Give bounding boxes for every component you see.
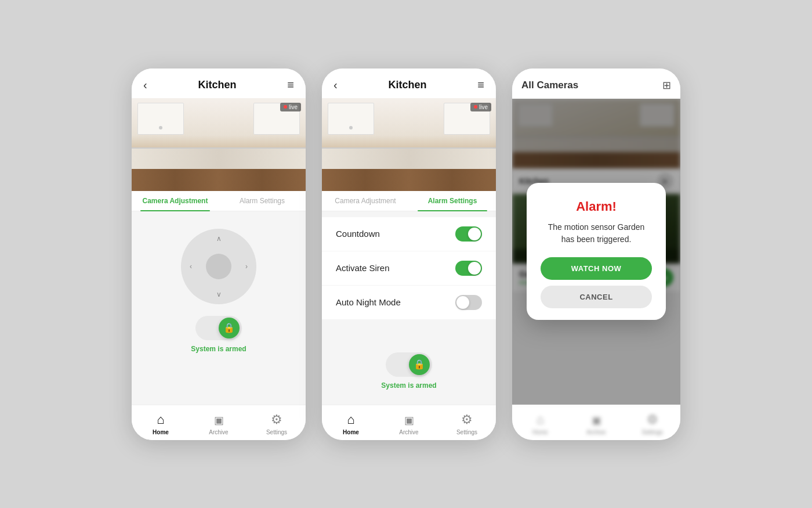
- menu-button[interactable]: ≡: [477, 79, 484, 91]
- nav-archive-label: Archive: [209, 429, 228, 435]
- countdown-label: Countdown: [336, 229, 380, 239]
- kitchen-scene: [322, 98, 496, 191]
- settings-icon: [647, 412, 658, 427]
- bottom-nav: Home Archive Settings: [132, 405, 306, 440]
- dpad-right-button[interactable]: ›: [240, 260, 253, 273]
- nav-home[interactable]: Home: [132, 410, 190, 438]
- siren-toggle[interactable]: [455, 261, 482, 276]
- nav-settings-label: Settings: [642, 429, 663, 435]
- live-dot: [474, 105, 477, 109]
- dpad: ∧ ∨ ‹ ›: [181, 229, 256, 304]
- kitchen-scene: [132, 98, 306, 191]
- dpad-up-button[interactable]: ∧: [212, 232, 226, 246]
- tabs: Camera Adjustment Alarm Settings: [132, 191, 306, 211]
- nightmode-label: Auto Night Mode: [336, 297, 401, 307]
- dpad-down-button[interactable]: ∨: [212, 287, 226, 301]
- tab-camera-adjustment[interactable]: Camera Adjustment: [132, 191, 219, 211]
- lock-status: System is armed: [191, 345, 246, 353]
- home-icon: [536, 412, 544, 427]
- nav-archive-label: Archive: [399, 429, 418, 435]
- toggle-thumb: [468, 262, 481, 275]
- tab-alarm-settings[interactable]: Alarm Settings: [219, 191, 306, 211]
- all-cameras-title: All Cameras: [521, 80, 578, 91]
- siren-label: Activate Siren: [336, 263, 390, 273]
- cabinet-lower: [322, 169, 496, 191]
- live-badge: live: [280, 103, 301, 111]
- nightmode-toggle[interactable]: [455, 295, 482, 310]
- bottom-nav: Home Archive Settings: [512, 405, 680, 440]
- phone-camera-adjustment: ‹ Kitchen ≡ live Camera Adjustment Alarm…: [132, 69, 306, 440]
- phone-all-cameras: All Cameras ⊞ Kitchen ▶: [512, 69, 680, 440]
- lock-thumb: 🔒: [409, 354, 430, 375]
- menu-button[interactable]: ≡: [287, 79, 294, 91]
- nightmode-row: Auto Night Mode: [322, 286, 496, 319]
- nav-archive[interactable]: Archive: [190, 410, 248, 438]
- alarm-modal: Alarm! The motion sensor Garden has been…: [527, 183, 666, 320]
- back-button[interactable]: ‹: [143, 79, 147, 91]
- archive-icon: [214, 412, 224, 427]
- nav-archive[interactable]: Archive: [380, 410, 438, 438]
- tab-camera-adjustment[interactable]: Camera Adjustment: [322, 191, 409, 211]
- watch-now-button[interactable]: WATCH NOW: [541, 257, 652, 280]
- lock-thumb: 🔒: [219, 318, 240, 338]
- dpad-center-button[interactable]: [206, 254, 231, 279]
- nav-settings-label: Settings: [266, 429, 287, 435]
- nav-home-label: Home: [343, 429, 359, 435]
- nav-settings-label: Settings: [456, 429, 477, 435]
- tab-alarm-settings[interactable]: Alarm Settings: [409, 191, 496, 211]
- nav-settings[interactable]: Settings: [438, 410, 496, 438]
- dpad-left-button[interactable]: ‹: [184, 260, 198, 273]
- cameras-list: Kitchen ▶ Garden motion detected ▶: [512, 99, 680, 405]
- settings-icon: [271, 412, 282, 427]
- nav-settings[interactable]: Settings: [624, 410, 680, 438]
- lock-icon: 🔒: [223, 322, 235, 333]
- nav-settings[interactable]: Settings: [248, 410, 306, 438]
- camera-view: live: [322, 98, 496, 191]
- tabs: Camera Adjustment Alarm Settings: [322, 191, 496, 211]
- phone1-header: ‹ Kitchen ≡: [132, 69, 306, 98]
- alarm-message: The motion sensor Garden has been trigge…: [541, 221, 652, 246]
- camera-view: live: [132, 98, 306, 191]
- live-dot: [284, 105, 287, 109]
- page-title: Kitchen: [198, 79, 236, 91]
- lock-section: 🔒 System is armed: [191, 316, 246, 353]
- toggle-thumb: [456, 296, 469, 309]
- cabinet-upper-left: [137, 103, 184, 135]
- alarm-title: Alarm!: [541, 199, 652, 214]
- lock-status: System is armed: [381, 381, 436, 390]
- dpad-container: ∧ ∨ ‹ ›: [181, 229, 256, 304]
- nav-archive-label: Archive: [586, 429, 606, 435]
- all-cameras-header: All Cameras ⊞: [512, 69, 680, 99]
- toggle-thumb: [468, 228, 481, 240]
- home-icon: [157, 412, 164, 427]
- camera-adjustment-content: ∧ ∨ ‹ › 🔒 System is armed: [132, 211, 306, 405]
- countdown-row: Countdown: [322, 217, 496, 251]
- countdown-toggle[interactable]: [455, 226, 482, 242]
- page-title: Kitchen: [388, 79, 426, 91]
- archive-icon: [592, 412, 601, 427]
- modal-overlay: Alarm! The motion sensor Garden has been…: [512, 99, 680, 405]
- nav-home[interactable]: Home: [322, 410, 380, 438]
- counter: [322, 147, 496, 171]
- archive-icon: [404, 412, 414, 427]
- phone2-header: ‹ Kitchen ≡: [322, 69, 496, 98]
- phone-alarm-settings: ‹ Kitchen ≡ live Camera Adjustment Alarm…: [322, 69, 496, 440]
- cabinet-lower: [132, 169, 306, 191]
- nav-archive[interactable]: Archive: [568, 410, 625, 438]
- filter-icon[interactable]: ⊞: [662, 79, 671, 92]
- alarm-settings-content: Countdown Activate Siren Auto Night Mode: [322, 211, 496, 326]
- siren-row: Activate Siren: [322, 251, 496, 285]
- nav-home-label: Home: [153, 429, 169, 435]
- live-badge: live: [470, 103, 491, 111]
- lock-button[interactable]: 🔒: [386, 352, 432, 377]
- bottom-nav: Home Archive Settings: [322, 405, 496, 440]
- nav-home[interactable]: Home: [512, 410, 568, 438]
- lock-section: 🔒 System is armed: [381, 352, 436, 390]
- settings-icon: [461, 412, 473, 427]
- cabinet-upper-left: [328, 103, 374, 135]
- cancel-button[interactable]: CANCEL: [541, 286, 652, 308]
- lock-button[interactable]: 🔒: [195, 316, 242, 340]
- lock-icon: 🔒: [414, 359, 425, 370]
- back-button[interactable]: ‹: [334, 79, 338, 91]
- home-icon: [347, 412, 354, 427]
